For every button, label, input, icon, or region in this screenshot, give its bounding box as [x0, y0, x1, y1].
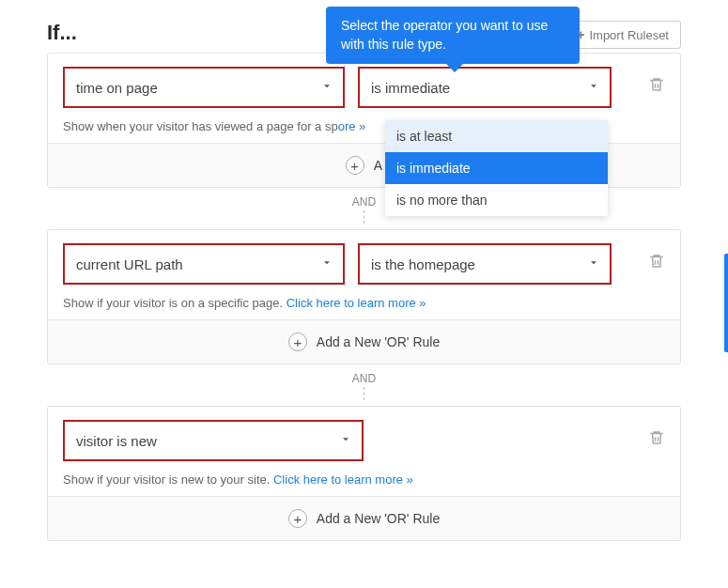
- add-or-label: Add a New 'OR' Rule: [317, 511, 440, 526]
- delete-rule-button[interactable]: [648, 252, 665, 274]
- rule-type-select[interactable]: current URL path: [63, 243, 345, 285]
- add-or-rule-button[interactable]: + Add a New 'OR' Rule: [48, 496, 680, 540]
- learn-more-link[interactable]: Click here to learn more »: [273, 472, 413, 487]
- scroll-indicator: [724, 254, 728, 352]
- chevron-down-icon: [587, 80, 600, 96]
- rule-type-value: current URL path: [76, 256, 183, 272]
- and-separator: AND: [47, 372, 681, 400]
- operator-value: is the homepage: [371, 256, 475, 272]
- plus-circle-icon: +: [288, 509, 307, 528]
- rule-block: current URL path is the homepage: [47, 229, 681, 364]
- chevron-down-icon: [320, 256, 333, 272]
- chevron-down-icon: [339, 433, 352, 449]
- rule-block: visitor is new Show if your visitor is n…: [47, 406, 681, 541]
- add-or-label: A: [374, 158, 383, 173]
- rule-help-text: Show if your visitor is new to your site…: [63, 472, 665, 487]
- operator-dropdown[interactable]: is at least is immediate is no more than: [385, 120, 608, 216]
- delete-rule-button[interactable]: [648, 75, 665, 98]
- learn-more-link[interactable]: Click here to learn more »: [287, 296, 426, 310]
- dropdown-item[interactable]: is immediate: [385, 152, 608, 184]
- plus-circle-icon: +: [346, 156, 364, 175]
- rule-type-select[interactable]: visitor is new: [63, 420, 364, 461]
- operator-value: is immediate: [371, 80, 450, 96]
- rule-type-select[interactable]: time on page: [63, 67, 345, 108]
- chevron-down-icon: [320, 80, 333, 96]
- plus-circle-icon: +: [288, 333, 307, 351]
- page-title: If...: [47, 21, 77, 45]
- import-ruleset-button[interactable]: + Import Ruleset: [565, 21, 681, 49]
- operator-tooltip: Select the operator you want to use with…: [326, 7, 580, 64]
- add-or-rule-button[interactable]: + Add a New 'OR' Rule: [48, 319, 680, 364]
- learn-more-link[interactable]: ore »: [338, 119, 366, 133]
- chevron-down-icon: [587, 256, 600, 272]
- operator-select[interactable]: is immediate: [358, 67, 612, 108]
- operator-select[interactable]: is the homepage: [358, 243, 612, 285]
- rule-type-value: visitor is new: [76, 433, 157, 449]
- dropdown-item[interactable]: is at least: [385, 120, 608, 152]
- add-or-label: Add a New 'OR' Rule: [317, 334, 440, 349]
- rule-help-text: Show if your visitor is on a specific pa…: [63, 296, 665, 310]
- rule-type-value: time on page: [76, 80, 158, 96]
- delete-rule-button[interactable]: [648, 428, 665, 451]
- import-ruleset-label: Import Ruleset: [589, 28, 669, 42]
- dropdown-item[interactable]: is no more than: [385, 184, 608, 216]
